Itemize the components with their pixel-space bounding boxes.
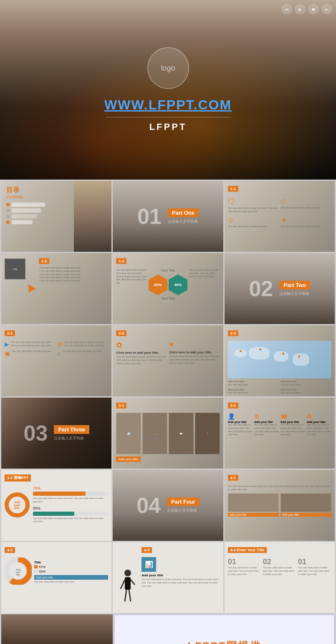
dot-2 [6,209,10,212]
svg-line-8 [125,590,126,601]
slide-4-4-text1: You can click here to enter your text. Y… [228,566,261,576]
hex-1: 60% [149,274,167,295]
slide-3-3-text2: You can click here to enter your text. Y… [33,517,108,524]
slide-1-3: 1-3 You can click here to enter your tex… [113,253,223,324]
part-four-sublabel: 点击输入文字风格 [167,508,200,513]
play-icon: ▶ [5,341,9,347]
pct2: 55% [33,506,108,510]
settings-icon: ⚙ [254,413,279,420]
part-four-label: Part Four [167,497,200,506]
slide-4-2-tag: 4-2 [5,547,15,553]
slide-3-2: 3-2 👤 Add your title You can click here … [225,398,335,469]
pct1: 70% [33,486,108,490]
slide-contents: 目录 Contents [1,181,111,252]
add-title-label: Add your title [116,456,141,462]
slide-1-2-tag: 1-2 [39,258,49,264]
final-right-slide: LFPPT网提供 www.LFPPT.com [114,614,335,644]
pie-label: Addyourtitle [16,568,21,576]
slide-4-3-title: Add your title [141,573,220,577]
prev-btn[interactable]: ⏮ [282,4,292,14]
slide-4-4-tag: 4-4 Enter Your Title [228,547,267,553]
slide-3-2-text3: You can click here to enter your text. Y… [280,423,305,436]
slide-1-1-tag: 1-1 [228,186,238,192]
person-icon-1: 👤 [228,413,253,420]
slide-1-3-text2: You can click here to enter your text. Y… [189,269,220,300]
slide-1-2-item5: • You can click here to enter your text. [39,279,108,283]
final-brand-orange: LFPPT网提供 [187,639,261,644]
part-four-number: 04 [136,493,161,518]
slide-4-4: 4-4 Enter Your Title 01 You can click he… [225,542,335,613]
slide-1-2-photo: img [5,259,25,279]
slide-2-2-tag: 2-2 [116,330,126,336]
media-controls: ⏮ ▶ ⏹ ⏭ [282,4,332,14]
part-two-sublabel: 点击输入文字风格 [279,291,310,297]
photo-1: 👔 [116,413,141,454]
slide-3-2-title2: Add your title [254,421,279,423]
stop-btn[interactable]: ⏹ [308,4,318,14]
slide-4-4-text3: You can click here to enter your text. Y… [298,566,331,576]
slide-4-2-title: Title [34,560,108,564]
hero-url[interactable]: WWW.LFPPT.COM [104,97,232,113]
slide-4-2-pct1: 57% [39,565,45,569]
slide-3-2-title3: Add your title [280,421,305,423]
slide-4-3-tag: 4-3 [141,547,152,553]
slide-4-1-photo1 [228,493,279,512]
slide-part-one: 01 Part One 点击输入文字风格 [113,181,223,252]
part-one-sublabel: 点击输入文字风格 [168,219,199,224]
slide-2-1-tag: 2-1 [5,330,15,336]
svg-rect-5 [125,577,131,590]
slide-1-3-text1: You can click here to enter your text. Y… [116,269,147,300]
slide-4-3: 4-3 📊 Add your title You can click here … [113,542,223,613]
contents-title: 目录 [6,186,69,195]
next-btn[interactable]: ⏭ [322,4,332,14]
slide-1-2-item4: • You can click here to enter your text. [39,276,108,279]
slide-3-3-tag: 3-3 雷锋PPT [5,474,31,482]
slide-2-1-item1: You can click here to enter your text. Y… [11,341,56,347]
slide-1-1-text3: You can click here to enter you text. [228,225,278,228]
world-map [228,341,331,378]
slide-3-3: 3-3 雷锋PPT Add yourtitle 70% You can clic… [1,470,111,541]
slide-2-3: 2-3 Add your title.You can click here... [225,325,335,396]
slide-3-2-text2: You can click here to enter your text. Y… [254,423,279,436]
play-btn[interactable]: ▶ [295,4,305,14]
slide-3-1-tag: 3-1 [116,403,126,408]
slide-2-2-title1: Click here to add your title. [116,351,167,355]
slide-3-2-title1: Add your title [228,421,253,423]
slide-1-3-tag: 1-3 [116,258,126,264]
slide-2-1-item2: You can click here to enter your text. Y… [64,341,109,347]
slide-4-2-pct2: 43% [39,570,45,573]
slide-2-3-text3: Add your title.You can click here... [228,388,279,395]
slide-2-2-body2: You can click here to enter your text. Y… [169,355,220,365]
slide-4-1-photo2 [280,493,331,512]
slide-4-4-col1: 01 [228,558,261,566]
slide-1-1-text4: You can click here to enter you text. [281,225,331,228]
slide-1-1-text2: You can click here to enter you text. [281,206,331,210]
part-three-label: Part Three [54,425,89,434]
hero-divider [106,117,231,117]
logo-circle: logo [147,47,189,89]
slide-2-3-text4: Add your title.You can click here... [280,388,331,395]
film-icon: ▣ [5,350,10,357]
bar-2 [12,208,41,213]
slides-grid: 目录 Contents [0,180,336,644]
part-two-label: Part Two [279,281,310,289]
slide-2-1-item3: You can click here to enter your text. [12,350,52,353]
slide-part-four: 04 Part Four 点击输入文字风格 [113,470,223,541]
recycle-icon: ♻ [307,413,331,420]
bar-1 [12,203,45,207]
slide-3-3-text1: You can click here to enter your text. Y… [33,497,108,504]
prog-bar-1 [33,492,86,496]
slide-1-1: 1-1 ⬡ You can click here to enter you te… [225,181,335,252]
slide-3-2-title4: Add your title [307,421,331,423]
slide-4-4-text2: You can click here to enter your text. Y… [263,566,296,576]
slide-2-1-item4: You can click here to enter your text. [62,350,103,353]
business-person-icon [117,568,138,610]
part-three-sublabel: 点击输入文字风格 [54,436,89,441]
photo-2: 🧍 [142,413,167,454]
dot-1 [6,203,10,206]
slide-2-1: 2-1 ▶ You can click here to enter your t… [1,325,111,396]
chart-label: Add yourtitle [11,500,23,509]
slide-4-1: 4-1 You can click here to enter your tex… [225,470,335,541]
slide-4-2-table-title: Add your title [34,575,108,580]
logo-text: logo [161,64,175,73]
